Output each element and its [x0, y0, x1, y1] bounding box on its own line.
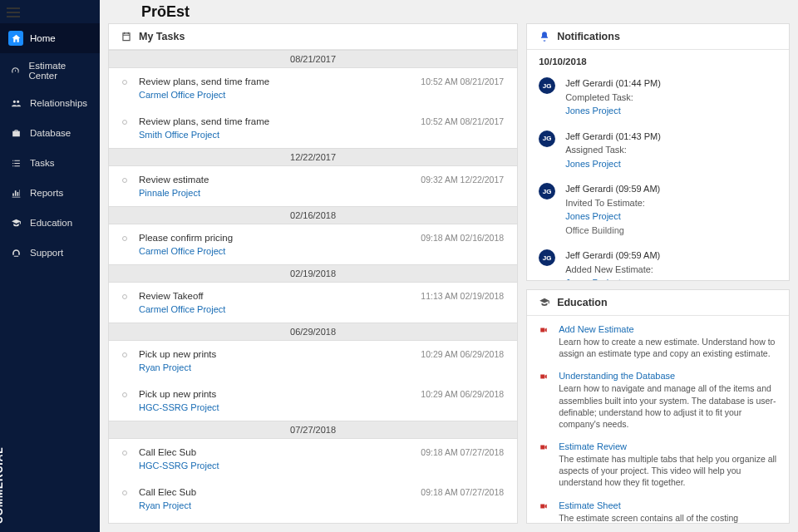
notification-row[interactable]: JGJeff Gerardi (09:59 AM)Added New Estim…: [527, 245, 789, 280]
brand-logo: PrōEst: [141, 3, 190, 21]
task-row[interactable]: Review plans, send time frameCarmel Offi…: [109, 68, 517, 108]
task-row[interactable]: Pick up new printsRyan Project10:29 AM 0…: [109, 341, 517, 381]
notification-link[interactable]: Jones Project: [565, 276, 777, 280]
hamburger-menu[interactable]: [7, 5, 20, 20]
calendar-icon: [121, 31, 132, 42]
notification-row[interactable]: JGJeff Gerardi (09:59 AM)Invited To Esti…: [527, 179, 789, 245]
avatar: JG: [539, 183, 555, 200]
list-icon: [8, 155, 23, 170]
support-icon: [8, 245, 23, 260]
task-bullet-icon: [122, 352, 127, 357]
task-title: Call Elec Sub: [139, 447, 412, 457]
graduation-icon: [539, 297, 550, 308]
education-description: Learn how to navigate and manage all of …: [559, 382, 777, 430]
notifications-panel: Notifications 10/10/2018JGJeff Gerardi (…: [526, 23, 790, 281]
task-project-link[interactable]: Pinnale Project: [139, 188, 412, 198]
task-timestamp: 09:18 AM 07/27/2018: [421, 447, 504, 457]
education-link[interactable]: Understanding the Database: [559, 371, 777, 381]
notification-link[interactable]: Jones Project: [565, 157, 777, 171]
education-link[interactable]: Estimate Sheet: [559, 500, 777, 510]
education-description: The estimate has multiple tabs that help…: [559, 453, 777, 489]
notification-row[interactable]: JGJeff Gerardi (01:44 PM)Completed Task:…: [527, 73, 789, 126]
education-row[interactable]: Estimate SheetThe estimate screen contai…: [527, 492, 789, 523]
sidebar-item-label: Tasks: [30, 158, 54, 168]
task-timestamp: 09:18 AM 07/27/2018: [421, 487, 504, 497]
sidebar: HomeEstimate CenterRelationshipsDatabase…: [0, 0, 100, 532]
users-icon: [8, 96, 23, 111]
task-row[interactable]: Please confirm pricingCarmel Office Proj…: [109, 224, 517, 264]
education-row[interactable]: Add New EstimateLearn how to create a ne…: [527, 316, 789, 362]
task-project-link[interactable]: HGC-SSRG Project: [139, 402, 412, 412]
task-title: Review plans, send time frame: [139, 76, 412, 86]
sidebar-item-reports[interactable]: Reports: [0, 178, 100, 208]
education-row[interactable]: Understanding the DatabaseLearn how to n…: [527, 362, 789, 433]
notification-link[interactable]: Jones Project: [565, 209, 777, 224]
task-title: Please confirm pricing: [139, 233, 412, 243]
notification-action: Assigned Task:: [565, 145, 627, 155]
task-project-link[interactable]: HGC-SSRG Project: [139, 461, 412, 470]
sidebar-item-estimate-center[interactable]: Estimate Center: [0, 53, 100, 88]
task-title: Review estimate: [139, 175, 412, 185]
task-row[interactable]: Review plans, send time frameSmith Offic…: [109, 108, 517, 148]
task-project-link[interactable]: Carmel Office Project: [139, 90, 412, 100]
task-bullet-icon: [122, 490, 127, 495]
task-title: Call Elec Sub: [139, 487, 412, 497]
education-link[interactable]: Add New Estimate: [559, 324, 777, 334]
task-date-divider: 07/27/2018: [109, 421, 517, 439]
task-timestamp: 10:52 AM 08/21/2017: [421, 76, 504, 86]
task-title: Pick up new prints: [139, 389, 412, 399]
sidebar-item-label: Support: [30, 248, 63, 258]
task-date-divider: 08/21/2017: [109, 50, 517, 68]
task-title: Review plans, send time frame: [139, 116, 412, 126]
task-row[interactable]: Review TakeoffCarmel Office Project11:13…: [109, 283, 517, 323]
task-project-link[interactable]: Carmel Office Project: [139, 246, 412, 256]
sidebar-item-relationships[interactable]: Relationships: [0, 88, 100, 118]
task-date-divider: 02/19/2018: [109, 264, 517, 283]
task-project-link[interactable]: Carmel Office Project: [139, 304, 412, 314]
task-timestamp: 10:29 AM 06/29/2018: [421, 389, 504, 399]
chart-icon: [8, 185, 23, 200]
sidebar-item-support[interactable]: Support: [0, 238, 100, 268]
task-bullet-icon: [122, 80, 127, 85]
task-bullet-icon: [122, 451, 127, 456]
sidebar-item-home[interactable]: Home: [0, 23, 100, 53]
task-bullet-icon: [122, 392, 127, 397]
notification-name: Jeff Gerardi (09:59 AM): [565, 250, 660, 260]
task-row[interactable]: Review estimatePinnale Project09:32 AM 1…: [109, 166, 517, 206]
task-date-divider: 06/29/2018: [109, 323, 517, 341]
video-icon: [539, 501, 550, 523]
sidebar-item-database[interactable]: Database: [0, 118, 100, 148]
task-row[interactable]: Pick up new printsHGC-SSRG Project10:29 …: [109, 381, 517, 421]
task-timestamp: 11:13 AM 02/19/2018: [421, 291, 504, 301]
task-title: Pick up new prints: [139, 349, 412, 359]
task-project-link[interactable]: Smith Office Project: [139, 130, 412, 140]
task-row[interactable]: Call Elec SubRyan Project09:18 AM 07/27/…: [109, 479, 517, 519]
task-timestamp: 10:52 AM 08/21/2017: [421, 116, 504, 126]
bell-icon: [539, 31, 550, 42]
sidebar-item-tasks[interactable]: Tasks: [0, 148, 100, 178]
education-link[interactable]: Estimate Review: [559, 441, 777, 451]
notification-action: Completed Task:: [565, 92, 633, 102]
task-bullet-icon: [122, 120, 127, 125]
sidebar-vertical-label: COMMERCIAL: [0, 446, 5, 524]
task-bullet-icon: [122, 294, 127, 299]
gauge-icon: [8, 63, 22, 78]
task-row[interactable]: Call Elec SubHGC-SSRG Project09:18 AM 07…: [109, 439, 517, 479]
home-icon: [8, 31, 23, 46]
sidebar-item-education[interactable]: Education: [0, 208, 100, 238]
task-project-link[interactable]: Ryan Project: [139, 362, 412, 372]
notification-name: Jeff Gerardi (01:43 PM): [565, 131, 661, 141]
notifications-panel-title: Notifications: [557, 31, 620, 42]
task-title: Review Takeoff: [139, 291, 412, 301]
notification-name: Jeff Gerardi (01:44 PM): [565, 78, 661, 88]
sidebar-item-label: Estimate Center: [28, 61, 91, 81]
task-timestamp: 09:18 AM 02/16/2018: [421, 233, 504, 243]
task-bullet-icon: [122, 236, 127, 241]
notification-link[interactable]: Jones Project: [565, 104, 777, 118]
education-row[interactable]: Estimate ReviewThe estimate has multiple…: [527, 433, 789, 492]
notification-row[interactable]: JGJeff Gerardi (01:43 PM)Assigned Task:J…: [527, 126, 789, 180]
task-project-link[interactable]: Ryan Project: [139, 500, 412, 510]
video-icon: [539, 372, 550, 430]
avatar: JG: [539, 249, 555, 266]
task-timestamp: 10:29 AM 06/29/2018: [421, 349, 504, 359]
